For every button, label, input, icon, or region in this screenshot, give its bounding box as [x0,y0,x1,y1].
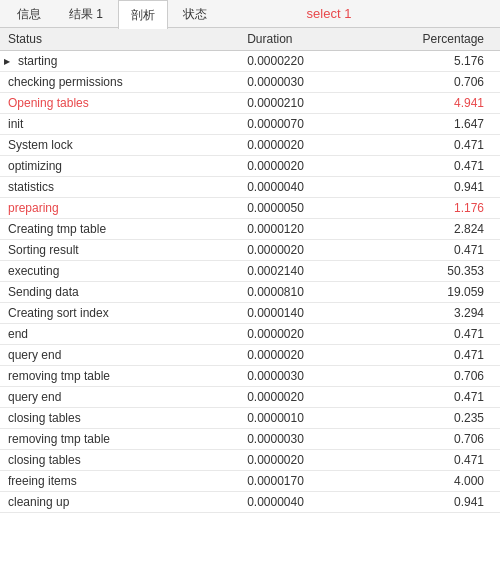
cell-duration: 0.0000140 [239,303,380,324]
table-row: checking permissions0.00000300.706 [0,72,500,93]
table-row: optimizing0.00000200.471 [0,156,500,177]
table-row: freeing items0.00001704.000 [0,471,500,492]
table-row: closing tables0.00000100.235 [0,408,500,429]
cell-duration: 0.0000040 [239,177,380,198]
cell-percentage: 0.706 [380,366,500,387]
profile-table: Status Duration Percentage starting0.000… [0,28,500,513]
cell-status: System lock [0,135,239,156]
cell-percentage: 0.471 [380,324,500,345]
cell-status: freeing items [0,471,239,492]
cell-duration: 0.0000020 [239,387,380,408]
tab-status[interactable]: 状态 [170,0,220,28]
cell-status: executing [0,261,239,282]
cell-duration: 0.0000030 [239,366,380,387]
cell-percentage: 50.353 [380,261,500,282]
table-row: preparing0.00000501.176 [0,198,500,219]
cell-percentage: 4.000 [380,471,500,492]
table-row: cleaning up0.00000400.941 [0,492,500,513]
cell-percentage: 0.471 [380,156,500,177]
cell-status: Sorting result [0,240,239,261]
table-row: end0.00000200.471 [0,324,500,345]
cell-percentage: 5.176 [380,51,500,72]
table-row: removing tmp table0.00000300.706 [0,366,500,387]
cell-duration: 0.0000020 [239,345,380,366]
cell-duration: 0.0000020 [239,156,380,177]
col-status: Status [0,28,239,51]
col-duration: Duration [239,28,380,51]
cell-duration: 0.0000810 [239,282,380,303]
cell-percentage: 1.176 [380,198,500,219]
cell-status: closing tables [0,408,239,429]
cell-percentage: 3.294 [380,303,500,324]
tab-result1[interactable]: 结果 1 [56,0,116,28]
table-header-row: Status Duration Percentage [0,28,500,51]
cell-status: cleaning up [0,492,239,513]
cell-status: Opening tables [0,93,239,114]
cell-duration: 0.0000030 [239,72,380,93]
table-row: Sorting result0.00000200.471 [0,240,500,261]
cell-duration: 0.0000020 [239,135,380,156]
cell-status: removing tmp table [0,366,239,387]
tab-profile[interactable]: 剖析 [118,0,168,29]
query-title: select 1 [222,6,496,21]
table-row: removing tmp table0.00000300.706 [0,429,500,450]
cell-percentage: 0.471 [380,345,500,366]
cell-percentage: 0.941 [380,492,500,513]
cell-percentage: 2.824 [380,219,500,240]
cell-percentage: 4.941 [380,93,500,114]
table-row: init0.00000701.647 [0,114,500,135]
cell-status: closing tables [0,450,239,471]
table-row: closing tables0.00000200.471 [0,450,500,471]
table-row: Creating tmp table0.00001202.824 [0,219,500,240]
cell-percentage: 0.706 [380,72,500,93]
cell-duration: 0.0000040 [239,492,380,513]
cell-status: removing tmp table [0,429,239,450]
tab-bar: 信息 结果 1 剖析 状态 select 1 [0,0,500,28]
cell-status: init [0,114,239,135]
cell-duration: 0.0000210 [239,93,380,114]
cell-percentage: 0.471 [380,450,500,471]
cell-percentage: 0.471 [380,135,500,156]
cell-percentage: 0.706 [380,429,500,450]
cell-duration: 0.0000020 [239,450,380,471]
table-row: Creating sort index0.00001403.294 [0,303,500,324]
cell-duration: 0.0000220 [239,51,380,72]
table-row: query end0.00000200.471 [0,345,500,366]
cell-status: Creating tmp table [0,219,239,240]
cell-percentage: 0.235 [380,408,500,429]
cell-status: Sending data [0,282,239,303]
cell-duration: 0.0000170 [239,471,380,492]
table-container: Status Duration Percentage starting0.000… [0,28,500,562]
table-row: query end0.00000200.471 [0,387,500,408]
cell-percentage: 19.059 [380,282,500,303]
tab-info[interactable]: 信息 [4,0,54,28]
table-row: statistics0.00000400.941 [0,177,500,198]
cell-status: statistics [0,177,239,198]
cell-duration: 0.0000020 [239,324,380,345]
table-row: Opening tables0.00002104.941 [0,93,500,114]
cell-status: optimizing [0,156,239,177]
cell-status: query end [0,345,239,366]
cell-status: end [0,324,239,345]
cell-status: starting [0,51,239,72]
cell-duration: 0.0000070 [239,114,380,135]
cell-status: query end [0,387,239,408]
cell-duration: 0.0000020 [239,240,380,261]
table-row: System lock0.00000200.471 [0,135,500,156]
table-row: executing0.000214050.353 [0,261,500,282]
table-row: starting0.00002205.176 [0,51,500,72]
cell-duration: 0.0000120 [239,219,380,240]
cell-percentage: 0.471 [380,240,500,261]
table-row: Sending data0.000081019.059 [0,282,500,303]
col-percentage: Percentage [380,28,500,51]
cell-duration: 0.0000050 [239,198,380,219]
cell-status: checking permissions [0,72,239,93]
cell-percentage: 0.471 [380,387,500,408]
cell-duration: 0.0000010 [239,408,380,429]
cell-status: preparing [0,198,239,219]
cell-status: Creating sort index [0,303,239,324]
cell-duration: 0.0002140 [239,261,380,282]
cell-duration: 0.0000030 [239,429,380,450]
cell-percentage: 0.941 [380,177,500,198]
cell-percentage: 1.647 [380,114,500,135]
